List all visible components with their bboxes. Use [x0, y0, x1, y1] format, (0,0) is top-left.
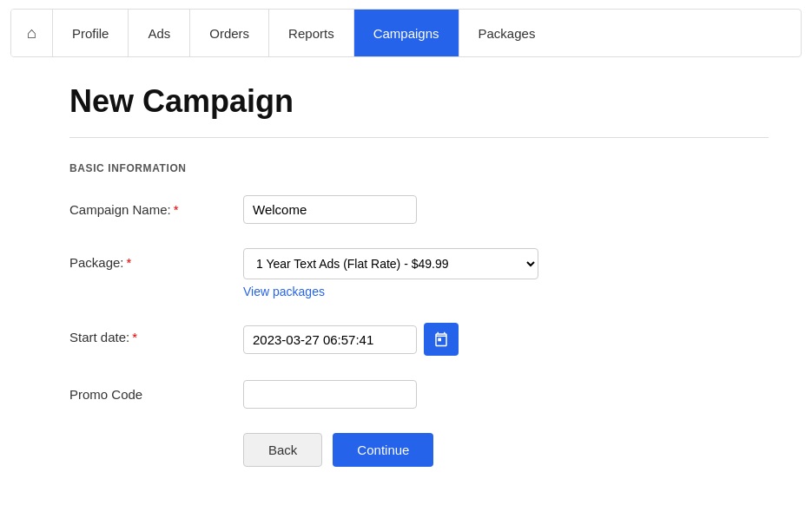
campaign-name-row: Campaign Name:* [69, 195, 769, 224]
start-date-input[interactable] [243, 325, 417, 354]
nav-item-orders[interactable]: Orders [190, 10, 269, 56]
package-select-wrap: 1 Year Text Ads (Flat Rate) - $49.99 [243, 248, 591, 279]
nav-item-reports[interactable]: Reports [269, 10, 354, 56]
calendar-icon [433, 331, 449, 347]
nav-item-profile[interactable]: Profile [53, 10, 129, 56]
package-wrap: 1 Year Text Ads (Flat Rate) - $49.99 Vie… [243, 248, 591, 298]
view-packages-link[interactable]: View packages [243, 285, 591, 298]
package-label: Package:* [69, 248, 243, 270]
page-title: New Campaign [69, 83, 769, 120]
start-date-row: Start date:* [69, 323, 769, 356]
required-star-package: * [127, 255, 132, 270]
nav-item-home[interactable]: ⌂ [11, 10, 53, 56]
back-button[interactable]: Back [243, 433, 322, 467]
package-row: Package:* 1 Year Text Ads (Flat Rate) - … [69, 248, 769, 298]
package-select[interactable]: 1 Year Text Ads (Flat Rate) - $49.99 [243, 248, 538, 279]
promo-code-input[interactable] [243, 380, 417, 409]
promo-code-wrap [243, 380, 591, 409]
start-date-label: Start date:* [69, 323, 243, 344]
continue-button[interactable]: Continue [333, 433, 433, 467]
campaign-name-label: Campaign Name:* [69, 195, 243, 217]
section-label: BASIC INFORMATION [69, 162, 769, 174]
nav-item-ads[interactable]: Ads [129, 10, 190, 56]
nav-item-packages[interactable]: Packages [459, 10, 555, 56]
divider [69, 137, 769, 138]
date-input-wrap [243, 323, 591, 356]
calendar-button[interactable] [424, 323, 459, 356]
required-star-date: * [132, 330, 137, 344]
campaign-name-wrap [243, 195, 591, 224]
campaign-name-input[interactable] [243, 195, 417, 224]
navigation: ⌂ Profile Ads Orders Reports Campaigns P… [10, 9, 802, 57]
promo-code-label: Promo Code [69, 380, 243, 402]
required-star: * [174, 202, 179, 217]
start-date-wrap [243, 323, 591, 356]
main-content: New Campaign BASIC INFORMATION Campaign … [0, 57, 812, 493]
promo-code-row: Promo Code [69, 380, 769, 409]
button-row: Back Continue [69, 433, 769, 467]
nav-item-campaigns[interactable]: Campaigns [354, 10, 459, 56]
